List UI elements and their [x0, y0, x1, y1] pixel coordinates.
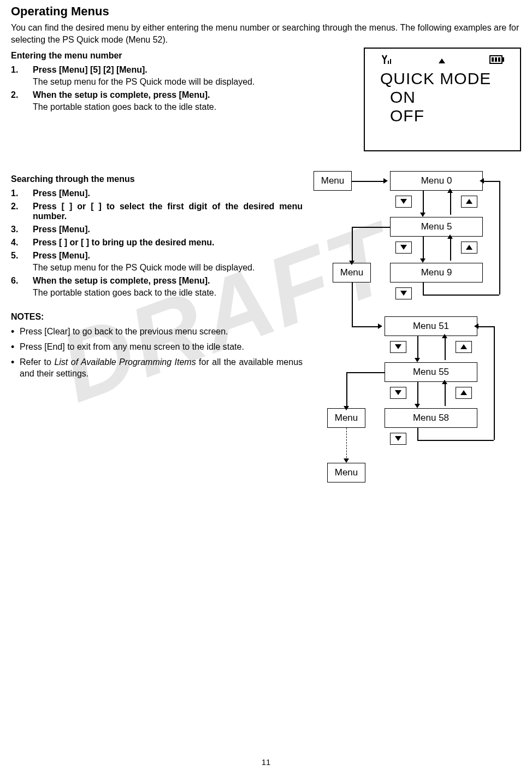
lcd-line2: ON: [375, 88, 510, 107]
step-head: Press [ ] or [ ] to select the first dig…: [33, 202, 303, 221]
antenna-icon: [380, 54, 394, 67]
note-item: Press [End] to exit from any menu screen…: [11, 341, 303, 353]
step-body: The portable station goes back to the id…: [33, 288, 303, 298]
notes-heading: NOTES:: [11, 311, 303, 323]
up-button-icon: [461, 242, 477, 254]
flow-menu0: Menu 0: [390, 171, 483, 191]
down-button-icon: [395, 196, 412, 208]
down-button-icon: [395, 287, 412, 299]
step-body: The portable station goes back to the id…: [33, 102, 353, 112]
step-head: Press [Menu].: [33, 251, 90, 261]
steps-search: 1.Press [Menu]. 2.Press [ ] or [ ] to se…: [11, 189, 303, 298]
flow-menu55: Menu 55: [385, 362, 477, 382]
page-number: 11: [0, 757, 532, 767]
italic-ref: List of Available Programming Items: [54, 357, 196, 367]
step-num: 2.: [11, 202, 23, 221]
flow-menu5: Menu 5: [390, 217, 483, 237]
step-num: 2.: [11, 90, 23, 100]
step-num: 3.: [11, 225, 23, 234]
note-item: Refer to List of Available Programming I…: [11, 356, 303, 380]
battery-icon: [489, 55, 505, 66]
svg-rect-6: [498, 57, 500, 62]
svg-rect-3: [502, 57, 504, 62]
step-num: 4.: [11, 238, 23, 248]
lcd-line3: OFF: [375, 107, 510, 125]
notes-list: Press [Clear] to go back to the previous…: [11, 326, 303, 379]
svg-rect-5: [495, 57, 497, 62]
up-button-icon: [461, 196, 477, 208]
down-button-icon: [390, 341, 406, 353]
up-button-icon: [456, 341, 472, 353]
down-button-icon: [395, 242, 412, 254]
up-arrow-icon: [439, 56, 445, 66]
lcd-line1: QUICK MODE: [375, 69, 510, 88]
step-head: When the setup is complete, press [Menu]…: [33, 276, 210, 286]
step-head: Press [Menu].: [33, 189, 90, 198]
step-body: The setup menu for the PS Quick mode wil…: [33, 263, 303, 273]
step-head: Press [ ] or [ ] to bring up the desired…: [33, 238, 214, 248]
note-item: Press [Clear] to go back to the previous…: [11, 326, 303, 338]
up-button-icon: [456, 387, 472, 399]
flow-menu-root: Menu: [314, 171, 352, 191]
step-head: Press [Menu] [5] [2] [Menu].: [33, 65, 147, 75]
step-num: 1.: [11, 65, 23, 75]
flow-menu-button: Menu: [327, 463, 365, 482]
flow-menu58: Menu 58: [385, 408, 477, 428]
menu-flow-diagram: Menu Menu 0 Menu 5: [314, 171, 521, 575]
step-num: 5.: [11, 251, 23, 261]
flow-menu51: Menu 51: [385, 316, 477, 336]
step-num: 6.: [11, 276, 23, 286]
down-button-icon: [390, 433, 406, 445]
down-button-icon: [390, 387, 406, 399]
heading-entering: Entering the menu number: [11, 50, 353, 62]
step-head: When the setup is complete, press [Menu]…: [33, 90, 210, 100]
svg-rect-4: [492, 57, 494, 62]
flow-menu-button: Menu: [327, 408, 365, 428]
lcd-display: QUICK MODE ON OFF: [364, 48, 521, 151]
intro-text: You can find the desired menu by either …: [11, 22, 521, 45]
svg-rect-1: [390, 59, 391, 64]
steps-enter: 1.Press [Menu] [5] [2] [Menu]. The setup…: [11, 65, 353, 112]
step-num: 1.: [11, 189, 23, 198]
section-title: Operating Menus: [11, 4, 521, 19]
heading-searching: Searching through the menus: [11, 173, 303, 185]
flow-menu9: Menu 9: [390, 263, 483, 282]
step-head: Press [Menu].: [33, 225, 90, 234]
flow-menu-button: Menu: [333, 263, 371, 282]
step-body: The setup menu for the PS Quick mode wil…: [33, 77, 353, 87]
svg-rect-0: [388, 61, 389, 64]
